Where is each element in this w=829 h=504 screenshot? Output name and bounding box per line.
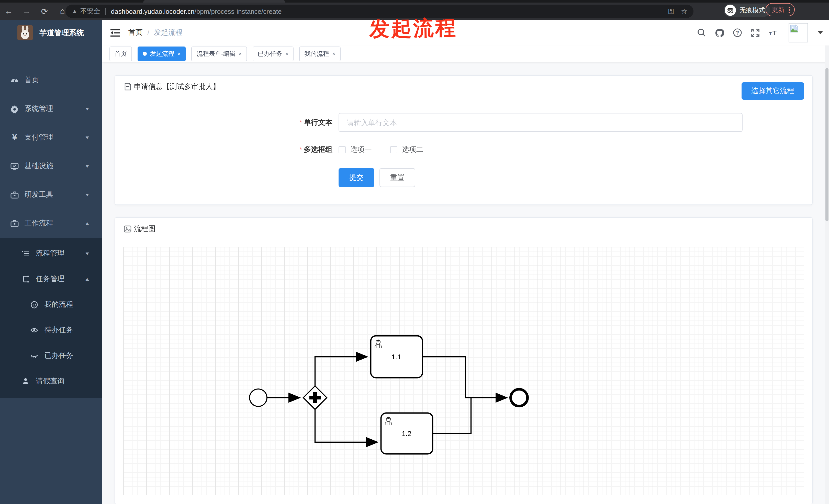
reload-icon[interactable]: ⟳ xyxy=(40,6,49,16)
user-task-1-2[interactable]: 1.2 xyxy=(381,413,433,454)
search-icon[interactable] xyxy=(697,28,706,37)
close-icon[interactable]: × xyxy=(239,51,242,57)
workflow-submenu: 流程管理 ▼ 任务管理 ▲ 我的流程 xyxy=(0,238,102,398)
sidebar-item-task-mgmt[interactable]: 任务管理 ▲ xyxy=(0,266,102,292)
breadcrumb-home[interactable]: 首页 xyxy=(129,28,143,37)
browser-active-tab[interactable] xyxy=(143,0,285,3)
sidebar-item-process-mgmt[interactable]: 流程管理 ▼ xyxy=(0,241,102,266)
chevron-down-icon: ▼ xyxy=(84,163,90,168)
tab-label: 首页 xyxy=(114,49,127,58)
choose-other-process-button[interactable]: 选择其它流程 xyxy=(742,82,804,100)
user-task-1-1[interactable]: 1.1 xyxy=(371,336,423,378)
logo-image xyxy=(17,25,33,40)
avatar-dropdown-icon[interactable] xyxy=(818,31,823,34)
flow-icon xyxy=(22,275,30,283)
security-label: 不安全 xyxy=(80,7,100,16)
sidebar-item-label: 任务管理 xyxy=(36,274,84,284)
edge-task1-merge xyxy=(423,357,465,398)
chevron-down-icon: ▼ xyxy=(84,106,90,111)
single-line-text-input[interactable] xyxy=(338,113,743,132)
close-icon[interactable]: × xyxy=(332,51,335,57)
active-dot-icon xyxy=(143,52,147,56)
checkbox-label: 选项二 xyxy=(402,145,424,154)
sidebar-item-leave-query[interactable]: 请假查询 xyxy=(0,369,102,394)
flow-card-title: 流程图 xyxy=(134,224,155,233)
scrollbar-thumb[interactable] xyxy=(825,68,828,221)
github-icon[interactable] xyxy=(715,28,724,37)
checkbox-icon[interactable] xyxy=(390,146,397,153)
eye-icon xyxy=(30,326,38,334)
flow-diagram-card: 流程图 xyxy=(114,217,813,504)
close-icon[interactable]: × xyxy=(177,51,181,57)
tab-label: 发起流程 xyxy=(150,49,174,58)
apply-info-card: 申请信息【测试多审批人】 选择其它流程 *单行文本 *多选框组 选项一 选项二 xyxy=(114,75,813,205)
sidebar-item-label: 工作流程 xyxy=(25,219,84,228)
sidebar-item-devtools[interactable]: 研发工具 ▼ xyxy=(0,181,102,209)
svg-text:T: T xyxy=(769,31,772,36)
sidebar-item-label: 我的流程 xyxy=(44,300,102,309)
monitor-icon xyxy=(10,162,19,170)
sidebar-item-home[interactable]: 首页 xyxy=(0,66,102,94)
tab-my-process[interactable]: 我的流程× xyxy=(299,46,340,61)
sidebar-item-label: 请假查询 xyxy=(36,377,102,386)
back-icon[interactable]: ← xyxy=(4,7,13,16)
list-icon xyxy=(22,249,30,258)
dashboard-icon xyxy=(10,76,19,85)
sidebar-item-system[interactable]: 系统管理 ▼ xyxy=(0,94,102,123)
collapse-sidebar-icon[interactable] xyxy=(110,28,120,37)
red-annotation-title: 发起流程 xyxy=(369,13,458,43)
update-label: 更新 xyxy=(772,5,785,14)
tab-done-tasks[interactable]: 已办任务× xyxy=(253,46,294,61)
bpmn-canvas[interactable]: 1.1 1.2 xyxy=(123,247,804,495)
sidebar-item-payment[interactable]: ¥ 支付管理 ▼ xyxy=(0,123,102,152)
sidebar-item-workflow[interactable]: 工作流程 ▲ xyxy=(0,209,102,238)
tab-form-edit[interactable]: 流程表单-编辑× xyxy=(191,46,247,61)
sidebar-item-done-tasks[interactable]: 已办任务 xyxy=(0,343,102,369)
text-field-row: *单行文本 xyxy=(115,113,812,132)
security-warning-icon[interactable]: ▲ xyxy=(72,8,78,15)
sidebar-item-infra[interactable]: 基础设施 ▼ xyxy=(0,152,102,181)
help-icon[interactable]: ? xyxy=(733,28,742,37)
face-icon xyxy=(30,301,38,309)
sidebar-item-label: 支付管理 xyxy=(25,133,84,142)
tab-home[interactable]: 首页 xyxy=(109,46,132,61)
gear-icon xyxy=(10,105,19,113)
chevron-down-icon: ▼ xyxy=(84,192,90,197)
tab-start-process[interactable]: 发起流程× xyxy=(138,46,186,61)
bookmark-star-icon[interactable]: ☆ xyxy=(681,7,687,15)
incognito-badge: 无痕模式 xyxy=(724,4,770,17)
chevron-down-icon: ▼ xyxy=(84,135,90,140)
forward-icon[interactable]: → xyxy=(22,7,31,16)
sidebar-item-my-process[interactable]: 我的流程 xyxy=(0,292,102,317)
close-icon[interactable]: × xyxy=(285,51,289,57)
bpmn-diagram: 1.1 1.2 xyxy=(123,247,817,495)
checkbox-option-1[interactable]: 选项一 xyxy=(338,145,372,154)
url-separator xyxy=(105,8,106,15)
font-size-icon[interactable]: TT xyxy=(769,28,778,37)
flow-card-header: 流程图 xyxy=(115,218,812,240)
toolbox-icon xyxy=(10,190,19,199)
page-content: 申请信息【测试多审批人】 选择其它流程 *单行文本 *多选框组 选项一 选项二 xyxy=(102,63,829,504)
checkbox-option-2[interactable]: 选项二 xyxy=(390,145,424,154)
sidebar-item-todo-tasks[interactable]: 待办任务 xyxy=(0,317,102,343)
fullscreen-icon[interactable] xyxy=(751,28,760,37)
text-field-label: *单行文本 xyxy=(115,118,338,127)
breadcrumb-separator: / xyxy=(147,29,149,37)
avatar[interactable] xyxy=(789,23,808,42)
logo[interactable]: 芋道管理系统 xyxy=(0,20,102,45)
briefcase-icon xyxy=(10,219,19,228)
svg-text:T: T xyxy=(772,29,777,37)
submit-button[interactable]: 提交 xyxy=(338,168,374,187)
start-event[interactable] xyxy=(250,389,267,406)
parallel-gateway[interactable] xyxy=(303,386,327,410)
chevron-down-icon: ▼ xyxy=(84,251,90,256)
end-event[interactable] xyxy=(511,389,528,406)
reset-button[interactable]: 重置 xyxy=(380,168,415,187)
checkbox-icon[interactable] xyxy=(338,146,346,153)
password-key-icon[interactable]: ⚿ xyxy=(669,7,674,15)
url-path: /bpm/process-instance/create xyxy=(194,7,282,15)
update-button[interactable]: 更新 xyxy=(766,3,795,16)
page: ← → ⟳ ⌂ ▲ 不安全 dashboard.yudao.iocoder.cn… xyxy=(0,0,829,504)
browser-menu-icon[interactable] xyxy=(789,6,790,13)
page-scrollbar[interactable] xyxy=(825,45,829,504)
